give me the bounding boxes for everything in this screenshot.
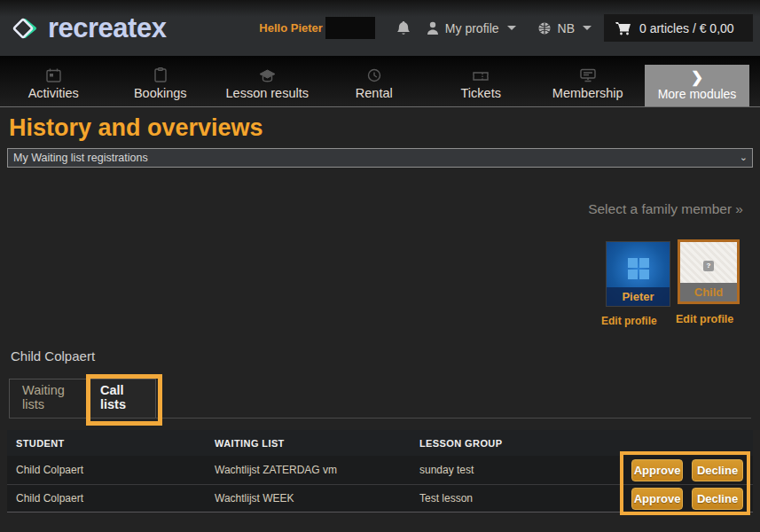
table-row: Child Colpaert Wachtlijst ZATERDAG vm su… [7,456,753,484]
my-profile-label: My profile [445,21,499,35]
member-name: Child [694,286,724,299]
member-name: Pieter [622,290,654,303]
chevron-down-icon [583,26,592,30]
overview-filter-select[interactable]: My Waiting list registrations [7,148,753,168]
profile-photo-placeholder: ? Child [680,242,737,301]
cell-waiting-list: Wachtlijst ZATERDAG vm [215,464,419,476]
image-placeholder-icon: ? [703,261,714,271]
more-modules-label: More modules [658,87,737,101]
membership-card-icon [580,68,596,82]
main-navigation: Activities Bookings Lesson results Renta… [0,56,760,107]
windows-logo [628,258,649,279]
cart-icon [615,21,631,35]
nav-label: Tickets [461,86,501,100]
nav-label: Bookings [134,86,187,100]
cell-lesson-group: sunday test [419,464,631,476]
nav-item-tickets[interactable]: Tickets [427,56,535,106]
page-title: History and overviews [9,114,263,142]
nav-item-rental[interactable]: Rental [321,56,428,106]
family-member-card-pieter[interactable]: Pieter [606,241,670,307]
cell-lesson-group: Test lesson [419,492,631,505]
decline-button[interactable]: Decline [692,488,743,510]
column-header-waiting-list: WAITING LIST [215,438,419,449]
cart-button[interactable]: 0 articles / € 0,00 [604,14,753,42]
graduation-cap-icon [259,69,276,82]
redacted-username [325,17,375,39]
calendar-icon [46,68,61,82]
decline-button[interactable]: Decline [692,459,743,481]
section-title: Child Colpaert [11,348,95,364]
globe-icon [537,21,552,35]
recreatex-logo[interactable]: recreatex [11,12,166,44]
column-header-student: STUDENT [7,438,215,449]
history-clock-icon [367,68,381,82]
nav-label: Activities [28,86,79,100]
select-family-member-label: Select a family member » [588,201,743,217]
top-header: recreatex Hello Pieter My profile [0,0,760,56]
table-row: Child Colpaert Wachtlijst WEEK Test less… [7,484,753,512]
edit-profile-link-pieter[interactable]: Edit profile [601,315,657,327]
clipboard-icon [154,67,167,82]
greeting-text: Hello Pieter [259,21,323,35]
chevron-right-icon: ❯ [691,70,703,85]
nav-label: Lesson results [226,86,309,100]
profile-photo: Pieter [607,242,670,306]
tab-call-lists[interactable]: Call lists [87,379,156,419]
nav-label: Rental [356,86,393,100]
nav-item-bookings[interactable]: Bookings [107,56,215,106]
tab-baseline [9,418,751,419]
language-label: NB [558,21,575,35]
nav-label: Membership [552,86,623,100]
edit-profile-link-child[interactable]: Edit profile [676,313,733,325]
cart-label: 0 articles / € 0,00 [639,21,734,35]
chevron-down-icon [507,26,516,30]
recreatex-logo-icon [11,12,43,44]
ticket-icon [473,70,489,82]
language-menu[interactable]: NB [537,21,592,35]
approve-button[interactable]: Approve [631,459,683,481]
notifications-bell-icon[interactable] [396,20,411,36]
nav-more-modules-button[interactable]: ❯ More modules [645,65,749,106]
brand-name: recreatex [48,12,166,44]
approve-button[interactable]: Approve [631,488,683,510]
call-lists-table: STUDENT WAITING LIST LESSON GROUP Child … [7,430,753,512]
column-header-lesson-group: LESSON GROUP [419,438,753,449]
cell-student: Child Colpaert [7,492,215,505]
nav-item-lesson-results[interactable]: Lesson results [214,56,321,106]
cell-student: Child Colpaert [7,464,215,476]
person-icon [427,21,439,35]
overview-filter: My Waiting list registrations ⌄ [7,148,753,168]
my-profile-menu[interactable]: My profile [427,21,516,35]
tab-strip: Waiting lists Call lists [9,379,156,419]
tab-waiting-lists[interactable]: Waiting lists [9,379,87,419]
nav-item-activities[interactable]: Activities [0,56,107,106]
family-member-card-child[interactable]: ? Child [678,239,740,304]
nav-item-membership[interactable]: Membership [535,56,642,106]
recreatex-app: recreatex Hello Pieter My profile [0,0,760,532]
table-header-row: STUDENT WAITING LIST LESSON GROUP [7,430,753,456]
cell-waiting-list: Wachtlijst WEEK [215,492,419,505]
